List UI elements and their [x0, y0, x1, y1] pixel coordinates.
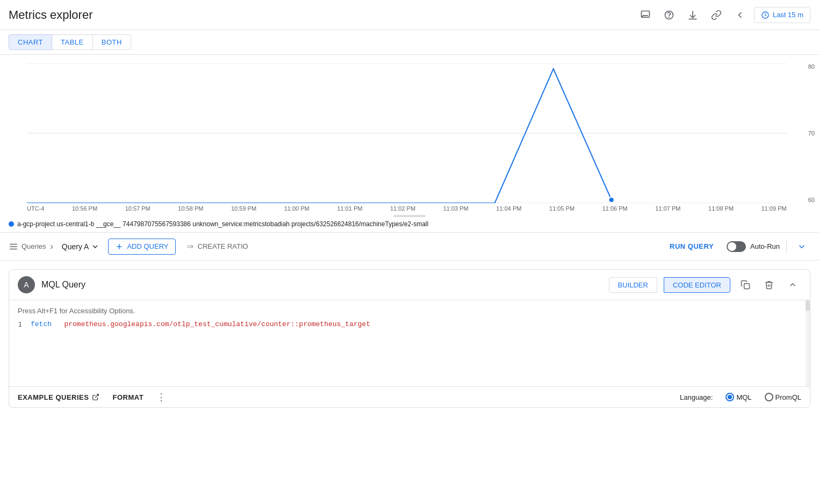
copy-query-button[interactable] [737, 276, 754, 293]
collapse-queries-button[interactable] [793, 238, 810, 255]
x-label-1106: 11:06 PM [602, 205, 628, 212]
run-query-button[interactable]: RUN QUERY [661, 239, 722, 254]
editor-scrollbar[interactable] [806, 300, 810, 386]
mql-radio-label: MQL [736, 393, 751, 401]
delete-query-button[interactable] [760, 276, 778, 293]
add-query-plus-icon [115, 242, 124, 251]
x-label-1102: 11:02 PM [390, 205, 415, 212]
auto-run-track[interactable] [727, 241, 746, 252]
header-actions: Last 15 m [636, 5, 810, 25]
download-icon-button[interactable] [683, 5, 702, 25]
mql-editor[interactable]: Press Alt+F1 for Accessibility Options. … [9, 300, 810, 386]
queries-icon [9, 242, 18, 251]
x-label-1058: 10:58 PM [178, 205, 203, 212]
divider [786, 240, 787, 253]
format-button[interactable]: FORMAT [112, 393, 143, 401]
create-ratio-arrow-icon: ⇒ [186, 241, 195, 251]
language-label: Language: [680, 393, 713, 401]
mql-radio-selected [725, 393, 734, 401]
auto-run-label: Auto-Run [750, 242, 780, 250]
delete-icon [764, 280, 774, 290]
promql-radio-empty [765, 393, 773, 401]
line-content-1: fetch prometheus.googleapis.com/otlp_tes… [31, 320, 370, 328]
chart-svg [27, 63, 787, 203]
app-header: Metrics explorer [0, 0, 819, 30]
time-range-button[interactable]: Last 15 m [754, 7, 810, 23]
x-axis: UTC-4 10:56 PM 10:57 PM 10:58 PM 10:59 P… [0, 203, 819, 214]
chevron-up-icon [788, 280, 798, 290]
mql-panel-title: MQL Query [41, 280, 602, 290]
page-title: Metrics explorer [9, 8, 92, 22]
create-ratio-button[interactable]: ⇒ CREATE RATIO [180, 238, 255, 255]
legend-text: a-gcp-project us-central1-b __gce__ 7447… [17, 220, 428, 228]
scrollbar-thumb[interactable] [393, 215, 426, 217]
queries-label: Queries [9, 242, 46, 251]
x-label-1056: 10:56 PM [72, 205, 97, 212]
collapse-mql-button[interactable] [784, 276, 801, 293]
more-options-button[interactable]: ⋮ [156, 391, 166, 403]
mql-radio-dot [728, 395, 732, 399]
x-label-1059: 10:59 PM [231, 205, 256, 212]
add-query-button[interactable]: ADD QUERY [108, 239, 175, 255]
x-label-1105: 11:05 PM [549, 205, 574, 212]
query-avatar: A [18, 276, 35, 293]
svg-point-2 [669, 17, 669, 17]
auto-run-knob [728, 242, 736, 251]
y-label-70: 70 [808, 130, 815, 136]
breadcrumb-chevron: › [51, 242, 53, 251]
chart-wrapper: 80 70 60 [0, 63, 819, 203]
x-label-utc: UTC-4 [27, 205, 44, 212]
collapse-panel-button[interactable] [730, 5, 750, 25]
y-label-60: 60 [808, 197, 815, 203]
help-icon-button[interactable] [659, 5, 679, 25]
feedback-icon-button[interactable] [636, 5, 655, 25]
language-promql-option[interactable]: PromQL [765, 393, 801, 401]
legend-dot [9, 221, 14, 227]
builder-button[interactable]: BUILDER [609, 277, 657, 293]
x-label-1108: 11:08 PM [708, 205, 734, 212]
example-queries-button[interactable]: EXAMPLE QUERIES [18, 393, 99, 401]
view-tabs-bar: CHART TABLE BOTH [0, 30, 819, 55]
y-axis-labels: 80 70 60 [808, 63, 815, 203]
x-label-1100: 11:00 PM [284, 205, 310, 212]
x-label-1057: 10:57 PM [125, 205, 150, 212]
y-label-80: 80 [808, 63, 815, 70]
time-range-label: Last 15 m [773, 11, 803, 19]
x-label-1107: 11:07 PM [655, 205, 680, 212]
mql-panel: A MQL Query BUILDER CODE EDITOR Press Al… [9, 269, 810, 408]
auto-run-toggle: Auto-Run [727, 241, 780, 252]
x-label-1101: 11:01 PM [337, 205, 362, 212]
tab-both[interactable]: BOTH [93, 34, 131, 50]
svg-line-14 [95, 394, 98, 398]
query-a-button[interactable]: Query A [58, 240, 104, 253]
query-bar: Queries › Query A ADD QUERY ⇒ CREATE RAT… [0, 233, 819, 261]
line-number-1: 1 [9, 320, 31, 328]
more-dots-icon: ⋮ [156, 392, 166, 402]
chart-scrollbar[interactable] [0, 214, 819, 218]
editor-hint: Press Alt+F1 for Accessibility Options. [9, 307, 810, 319]
external-link-icon [92, 393, 99, 401]
code-editor-button[interactable]: CODE EDITOR [664, 277, 730, 293]
chart-area: 80 70 60 UTC-4 10:56 PM 10:57 PM 10:58 P… [0, 55, 819, 233]
query-a-dropdown-icon [91, 242, 99, 251]
code-keyword: fetch [31, 320, 52, 328]
x-label-1103: 11:03 PM [443, 205, 469, 212]
link-icon-button[interactable] [707, 5, 726, 25]
chart-legend: a-gcp-project us-central1-b __gce__ 7447… [0, 218, 819, 232]
x-label-1104: 11:04 PM [496, 205, 521, 212]
mql-panel-footer: EXAMPLE QUERIES FORMAT ⋮ Language: MQL P… [9, 386, 810, 407]
svg-rect-13 [744, 284, 750, 289]
code-value: prometheus.googleapis.com/otlp_test_cumu… [64, 320, 370, 328]
tab-table[interactable]: TABLE [52, 34, 93, 50]
x-label-1109: 11:09 PM [761, 205, 787, 212]
svg-point-7 [609, 197, 614, 203]
tab-chart[interactable]: CHART [9, 34, 52, 50]
editor-scrollbar-thumb [806, 300, 810, 311]
copy-icon [741, 280, 750, 290]
language-mql-option[interactable]: MQL [725, 393, 751, 401]
editor-line-1: 1 fetch prometheus.googleapis.com/otlp_t… [9, 319, 810, 329]
mql-panel-header: A MQL Query BUILDER CODE EDITOR [9, 270, 810, 300]
promql-radio-label: PromQL [775, 393, 801, 401]
